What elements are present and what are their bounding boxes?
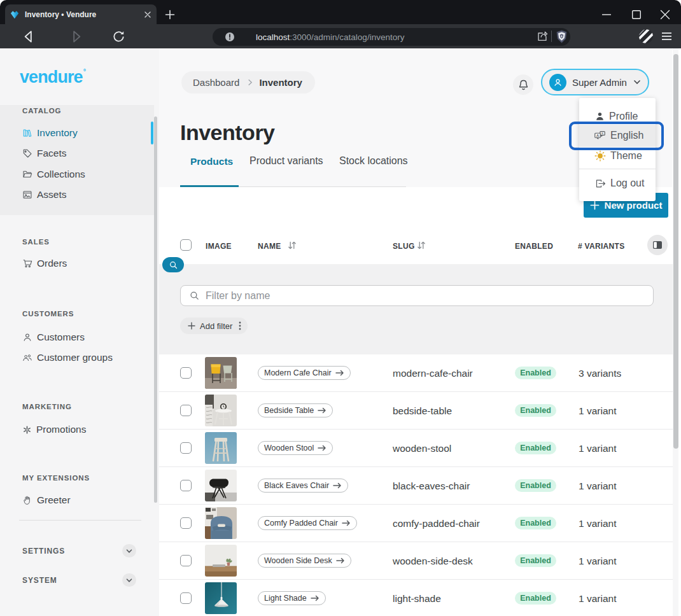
svg-text:a: a xyxy=(601,132,603,135)
